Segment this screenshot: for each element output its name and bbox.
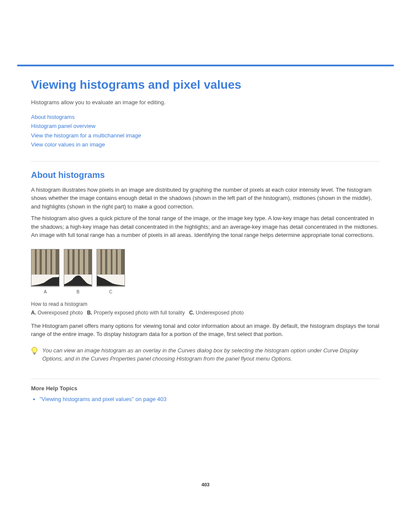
page-number: 403 [0, 481, 411, 488]
more-help-title: More Help Topics [31, 384, 380, 393]
svg-rect-1 [34, 353, 36, 354]
figure-label-c: C [97, 289, 125, 295]
histogram-overexposed-icon [31, 274, 59, 286]
figure-item-a-text: Overexposed photo [37, 310, 83, 316]
nav-link-view-multichannel[interactable]: View the histogram for a multichannel im… [31, 131, 380, 140]
figure-caption-items: A. Overexposed photo B. Properly exposed… [31, 309, 380, 317]
about-paragraph-1: A histogram illustrates how pixels in an… [31, 186, 380, 211]
header-rule [17, 65, 394, 66]
tip-note: You can view an image histogram as an ov… [31, 346, 380, 363]
more-help-link[interactable]: "Viewing histograms and pixel values" on… [40, 395, 380, 404]
page-title: Viewing histograms and pixel values [31, 76, 380, 94]
heading-about-histograms: About histograms [31, 168, 380, 181]
section-divider [31, 161, 380, 162]
histogram-proper-icon [64, 274, 92, 286]
histogram-figure: A [31, 249, 380, 295]
figure-thumb-c: C [97, 249, 125, 295]
nav-link-about-histograms[interactable]: About histograms [31, 113, 380, 121]
figure-item-c-key: C. [189, 310, 194, 316]
more-help-section: More Help Topics "Viewing histograms and… [31, 379, 380, 404]
tip-text: You can view an image histogram as an ov… [42, 346, 380, 363]
figure-caption-title: How to read a histogram [31, 300, 380, 308]
figure-label-b: B [64, 289, 92, 295]
about-paragraph-3: The Histogram panel offers many options … [31, 322, 380, 339]
about-paragraph-2: The histogram also gives a quick picture… [31, 214, 380, 240]
figure-item-b-key: B. [87, 310, 92, 316]
figure-label-a: A [31, 289, 59, 295]
svg-rect-0 [33, 353, 36, 353]
svg-rect-2 [34, 354, 35, 355]
page-intro: Histograms allow you to evaluate an imag… [31, 98, 380, 107]
lightbulb-icon [31, 347, 38, 355]
nav-link-histogram-panel-overview[interactable]: Histogram panel overview [31, 122, 380, 131]
nav-link-view-color-values[interactable]: View color values in an image [31, 140, 380, 149]
figure-thumb-b: B [64, 249, 92, 295]
figure-item-b-text: Properly exposed photo with full tonalit… [93, 310, 184, 316]
figure-thumb-a: A [31, 249, 59, 295]
figure-item-c-text: Underexposed photo [196, 310, 243, 316]
figure-item-a-key: A. [31, 310, 36, 316]
histogram-underexposed-icon [97, 274, 125, 286]
